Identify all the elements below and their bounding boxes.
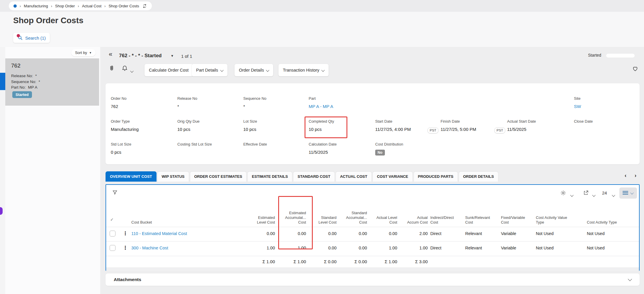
row-menu-kebab-icon[interactable]: ⋮ xyxy=(123,230,128,236)
column-header-indirect-direct-cost[interactable]: Indirect/Direct Cost xyxy=(430,202,454,225)
chevron-down-icon xyxy=(630,191,633,194)
field-label: Lot Size xyxy=(243,119,257,124)
part-link[interactable]: MP A - MP A xyxy=(309,104,333,109)
field-label: Order No xyxy=(111,96,126,101)
field-label: Order Type xyxy=(111,119,139,124)
attachments-section-header[interactable]: Attachments xyxy=(106,273,640,286)
field-effective-date: Effective Date xyxy=(243,142,267,155)
column-header-cost-bucket[interactable]: Cost Bucket xyxy=(131,202,152,225)
page-title: Shop Order Costs xyxy=(13,16,84,25)
chevron-right-icon: › xyxy=(78,4,79,8)
row-menu-kebab-icon[interactable]: ⋮ xyxy=(123,245,128,251)
chevron-right-icon: › xyxy=(51,4,52,8)
record-selector[interactable]: 762 - * - * - Started xyxy=(119,53,162,59)
cost-bucket-link[interactable]: 300 - Machine Cost xyxy=(131,246,168,250)
status-progress-bar xyxy=(606,54,635,58)
tab-produced-parts[interactable]: PRODUCED PARTS xyxy=(414,171,458,182)
page-size-chevron-icon[interactable] xyxy=(612,192,615,197)
page-size-selector[interactable]: 24 xyxy=(602,190,607,195)
part-details-button[interactable]: Part Details xyxy=(192,64,227,76)
main-content: « 762 - * - * - Started ▼ 1 of 1 Started… xyxy=(100,47,644,294)
field-release-no: Release No * xyxy=(177,96,197,109)
breadcrumb-item-shop-order[interactable]: Shop Order xyxy=(55,4,75,8)
tab-wip-status[interactable]: WIP STATUS xyxy=(157,171,189,182)
field-actual-start-date: Actual Start Date 11/5/2025 xyxy=(507,119,536,132)
selected-item-indicator xyxy=(0,73,5,90)
breadcrumb-item-manufacturing[interactable]: Manufacturing xyxy=(24,4,48,8)
column-header-sunk-relevant-cost[interactable]: Sunk/Relevant Cost xyxy=(465,202,490,225)
button-label: Calculate Order Cost xyxy=(149,68,188,72)
tab-cost-variance[interactable]: COST VARIANCE xyxy=(373,171,413,182)
sort-by-button[interactable]: Sort by ▼ xyxy=(71,49,96,56)
tab-scroll-right-icon[interactable]: › xyxy=(635,173,636,179)
tab-order-cost-estimates[interactable]: ORDER COST ESTIMATES xyxy=(190,171,247,182)
favorite-heart-icon[interactable] xyxy=(632,65,638,72)
floating-widget-icon[interactable] xyxy=(0,207,3,215)
field-sequence-no: Sequence No * xyxy=(243,96,266,109)
tab-actual-cost[interactable]: ACTUAL COST xyxy=(336,171,372,182)
cost-distribution-badge: No xyxy=(375,150,385,156)
list-item-shop-order-762[interactable]: 762 Release No:* Sequence No:* Part No:M… xyxy=(5,58,99,106)
breadcrumb-home-icon[interactable] xyxy=(13,4,17,8)
breadcrumb-item-shop-order-costs[interactable]: Shop Order Costs xyxy=(108,4,139,8)
field-costing-std-lot-size: Costing Std Lot Size xyxy=(177,142,212,155)
cell-sunk-relevant-cost: Relevant xyxy=(465,246,482,250)
field-value: Manufacturing xyxy=(111,127,139,132)
field-value: * xyxy=(243,104,266,109)
export-menu-chevron-icon[interactable] xyxy=(593,192,595,197)
tab-estimate-details[interactable]: ESTIMATE DETAILS xyxy=(247,171,292,182)
chevron-down-icon[interactable]: ▼ xyxy=(171,54,174,58)
column-header-actual-accum-cost[interactable]: Actual Accum Cost xyxy=(395,202,428,225)
calculate-order-cost-button[interactable]: Calculate Order Cost xyxy=(145,64,193,76)
notifications-bell-icon[interactable] xyxy=(121,65,128,72)
column-header-estimated-level-cost[interactable]: Estimated Level Cost xyxy=(243,202,275,225)
search-button[interactable]: Search (1) xyxy=(13,33,50,43)
cell-cost-activity-type: Not Used xyxy=(587,246,604,250)
transaction-history-button[interactable]: Transaction History xyxy=(278,64,329,76)
column-header-fixed-variable-cost[interactable]: Fixed/Variable Cost xyxy=(501,202,525,225)
row-checkbox[interactable] xyxy=(110,231,115,236)
gear-menu-chevron-icon[interactable] xyxy=(571,192,573,197)
field-label: Effective Date xyxy=(243,142,267,146)
table-settings-gear-icon[interactable] xyxy=(560,190,566,196)
tab-standard-cost[interactable]: STANDARD COST xyxy=(293,171,335,182)
tab-order-details[interactable]: ORDER DETAILS xyxy=(459,171,498,182)
filter-icon[interactable] xyxy=(112,190,118,195)
sort-by-label: Sort by xyxy=(75,50,87,55)
collapse-panel-icon[interactable]: « xyxy=(109,50,112,58)
attachment-paperclip-icon[interactable] xyxy=(108,65,115,72)
field-value: 11/5/2025 xyxy=(309,150,337,155)
chevron-down-icon: ▼ xyxy=(89,51,92,54)
button-label: Order Details xyxy=(239,68,264,72)
row-checkbox[interactable] xyxy=(110,245,115,251)
field-order-type: Order Type Manufacturing xyxy=(111,119,139,132)
breadcrumb-item-actual-cost[interactable]: Actual Cost xyxy=(82,4,101,8)
cost-bucket-link[interactable]: 110 - Estimated Material Cost xyxy=(131,231,187,236)
refresh-icon[interactable] xyxy=(142,4,147,9)
cell-indirect-direct-cost: Direct xyxy=(430,246,441,250)
order-details-button[interactable]: Order Details xyxy=(235,64,273,76)
column-header-actual-level-cost[interactable]: Actual Level Cost xyxy=(365,202,397,225)
view-mode-button[interactable] xyxy=(619,187,637,199)
site-link[interactable]: SW xyxy=(574,104,581,109)
tab-scroll-left-icon[interactable]: ‹ xyxy=(625,173,626,179)
column-header-cost-activity-type[interactable]: Cost Activity Type xyxy=(587,202,617,225)
column-header-standard-accumulated-cost[interactable]: Standard Accumulat... Cost xyxy=(335,202,367,225)
field-label: Sequence No: xyxy=(11,79,36,85)
field-value: MP A xyxy=(28,85,38,90)
field-value xyxy=(574,127,593,132)
cell-cost-activity-type: Not Used xyxy=(587,231,604,236)
tab-overview-unit-cost[interactable]: OVERVIEW UNIT COST xyxy=(106,171,157,182)
field-value: 11/27/25, 4:00 PM xyxy=(375,127,411,132)
column-header-standard-level-cost[interactable]: Standard Level Cost xyxy=(304,202,337,225)
column-header-cost-activity-value-type[interactable]: Cost Activity Value Type xyxy=(536,202,577,225)
bell-menu-chevron-icon[interactable] xyxy=(131,68,133,73)
field-label: Part No: xyxy=(11,85,26,90)
column-header-estimated-accumulated-cost[interactable]: Estimated Accumulat... Cost xyxy=(274,202,306,225)
export-share-icon[interactable] xyxy=(583,190,589,196)
top-bar: › Manufacturing › Shop Order › Actual Co… xyxy=(0,0,644,12)
field-orig-qty-due: Orig Qty Due 10 pcs xyxy=(177,119,200,132)
select-all-check-icon[interactable]: ✓ xyxy=(110,217,114,222)
field-value xyxy=(177,150,212,155)
field-label: Release No: xyxy=(11,73,33,79)
